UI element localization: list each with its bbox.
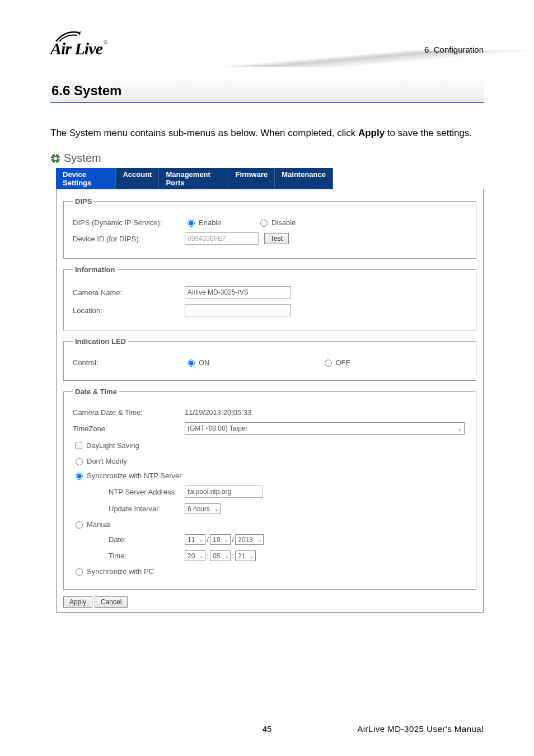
time-min-select[interactable]: 05⌄ (210, 550, 231, 561)
system-gear-icon (50, 153, 60, 164)
camera-name-input[interactable] (185, 286, 291, 298)
device-id-field: 0994336FE7 (185, 232, 259, 245)
date-year-select[interactable]: 2013⌄ (235, 534, 264, 545)
intro-paragraph: The System menu contains sub-menus as be… (50, 125, 484, 141)
time-sec-select[interactable]: 21⌄ (235, 550, 256, 561)
system-title: System (64, 152, 101, 165)
logo-text: Air Live (50, 39, 102, 58)
dips-disable-radio[interactable]: Disable (257, 218, 296, 227)
indication-led-fieldset: Indication LED Control: ON OFF (63, 337, 476, 381)
device-id-label: Device ID (for DIPS): (73, 235, 185, 243)
manual-radio[interactable]: Manual (73, 520, 111, 529)
svg-rect-5 (58, 158, 60, 159)
manual-time-label: Time: (73, 552, 185, 560)
timezone-select[interactable]: (GMT+08:00) Taipei ⌄ (185, 422, 465, 435)
brand-logo: Air Live® (50, 28, 107, 58)
daylight-saving-checkbox[interactable]: DayLight Saving (73, 440, 139, 451)
tab-firmware[interactable]: Firmware (228, 168, 275, 189)
chevron-down-icon: ⌄ (214, 506, 219, 512)
svg-rect-4 (50, 158, 53, 159)
location-label: Location: (73, 306, 185, 315)
tab-device-settings[interactable]: Device Settings (56, 168, 116, 189)
led-on-radio[interactable]: ON (185, 358, 210, 367)
dips-legend: DIPS (73, 197, 94, 206)
tab-account[interactable]: Account (116, 168, 159, 189)
dont-modify-radio[interactable]: Don't Modify (73, 456, 127, 465)
update-interval-select[interactable]: 6 hours⌄ (185, 503, 221, 514)
led-off-radio[interactable]: OFF (322, 358, 350, 367)
date-month-select[interactable]: 11⌄ (185, 534, 205, 545)
svg-point-1 (54, 157, 57, 160)
timezone-label: TimeZone: (73, 424, 185, 433)
time-hour-select[interactable]: 20⌄ (185, 550, 205, 561)
page-number: 45 (195, 724, 339, 734)
camera-datetime-label: Camera Date & Time: (73, 408, 185, 417)
date-time-legend: Date & Time (73, 388, 119, 396)
tab-management-ports[interactable]: Management Ports (159, 168, 228, 189)
update-interval-label: Update Interval: (73, 505, 185, 513)
device-settings-panel: DIPS DIPS (Dynamic IP Service): Enable D… (56, 189, 484, 613)
led-control-label: Control: (73, 358, 185, 367)
ntp-address-input[interactable] (185, 486, 263, 498)
dips-fieldset: DIPS DIPS (Dynamic IP Service): Enable D… (63, 197, 476, 259)
svg-rect-2 (55, 153, 56, 156)
dips-enable-radio[interactable]: Enable (185, 218, 252, 227)
section-heading: 6.6 System (50, 81, 484, 103)
cancel-button[interactable]: Cancel (95, 596, 128, 608)
information-legend: Information (73, 265, 118, 274)
ntp-address-label: NTP Server Address: (73, 488, 185, 496)
sync-pc-radio[interactable]: Synchronize with PC (73, 567, 154, 576)
chevron-down-icon: ⌄ (457, 426, 462, 432)
test-button[interactable]: Test (264, 233, 289, 244)
date-day-select[interactable]: 19⌄ (210, 534, 231, 545)
manual-date-label: Date: (73, 535, 185, 544)
svg-rect-3 (55, 161, 56, 164)
camera-name-label: Camera Name: (73, 288, 185, 297)
footer-doc-title: AirLive MD-3025 User's Manual (339, 724, 484, 734)
sync-ntp-radio[interactable]: Synchronize with NTP Server (73, 471, 182, 480)
camera-datetime-value: 11/19/2013 20:05:33 (185, 408, 251, 417)
registered-icon: ® (104, 39, 107, 45)
dips-service-label: DIPS (Dynamic IP Service): (73, 218, 185, 227)
system-tabs: Device Settings Account Management Ports… (56, 168, 333, 189)
location-input[interactable] (185, 304, 291, 316)
tab-maintenance[interactable]: Maintenance (275, 168, 333, 189)
apply-button[interactable]: Apply (63, 596, 92, 608)
date-time-fieldset: Date & Time Camera Date & Time: 11/19/20… (63, 388, 476, 590)
information-fieldset: Information Camera Name: Location: (63, 265, 476, 330)
chapter-label: 6. Configuration (424, 45, 484, 54)
indication-led-legend: Indication LED (73, 337, 128, 346)
